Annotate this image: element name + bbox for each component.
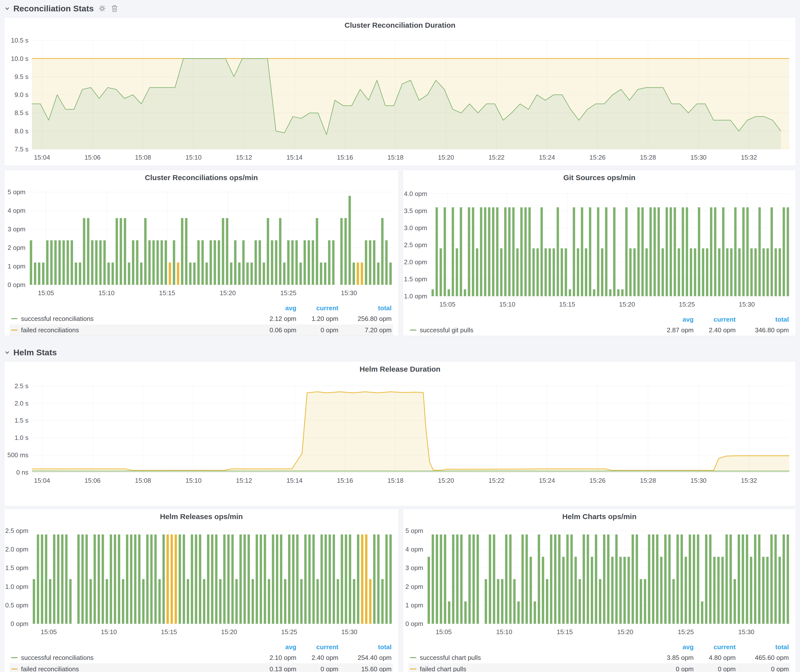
series-avg: 0 opm (651, 665, 694, 672)
series-label[interactable]: successful git pulls (420, 326, 651, 334)
svg-text:3 opm: 3 opm (405, 564, 423, 571)
svg-text:2.5 s: 2.5 s (14, 382, 29, 390)
panel-cluster-reconciliations-opm: Cluster Reconciliations ops/min 5 opm4 o… (4, 170, 399, 336)
svg-text:15:15: 15:15 (559, 301, 575, 308)
legend-col-current[interactable]: current (296, 304, 338, 312)
svg-text:0 opm: 0 opm (8, 281, 26, 288)
legend-row-failed-chart-pulls: failed chart pulls 0 opm 0 opm 0 opm (408, 663, 790, 672)
legend-row-failed-reconciliations: failed reconciliations 0.13 opm 0 opm 15… (10, 663, 393, 672)
svg-text:9.0 s: 9.0 s (14, 91, 29, 98)
panel-title[interactable]: Helm Release Duration (4, 365, 796, 373)
svg-text:15:05: 15:05 (41, 628, 57, 636)
legend: avg current total successful chart pulls… (408, 642, 790, 672)
legend-col-current[interactable]: current (694, 316, 736, 323)
series-avg: 0.13 opm (254, 665, 296, 672)
legend-row-successful-chart-pulls: successful chart pulls 3.85 opm 4.80 opm… (408, 652, 790, 663)
svg-text:15:30: 15:30 (341, 289, 357, 297)
series-avg: 2.87 opm (651, 326, 694, 334)
legend-col-total[interactable]: total (338, 643, 392, 651)
svg-text:0 opm: 0 opm (11, 620, 29, 627)
series-current: 1.20 opm (296, 315, 338, 323)
svg-text:15:25: 15:25 (678, 628, 694, 636)
panel-title[interactable]: Helm Charts ops/min (403, 512, 796, 521)
legend-col-current[interactable]: current (296, 643, 338, 651)
chart-cluster-reconciliation-duration[interactable]: 10.5 s10.0 s9.5 s9.0 s8.5 s8.0 s7.5 s15:… (4, 31, 796, 164)
svg-text:2.5 opm: 2.5 opm (5, 527, 29, 534)
series-current: 2.40 opm (296, 654, 338, 662)
svg-text:15:30: 15:30 (690, 154, 707, 161)
legend-col-avg[interactable]: avg (254, 643, 296, 651)
legend-header: avg current total (10, 303, 393, 313)
series-avg: 2.10 opm (254, 654, 296, 662)
svg-text:15:10: 15:10 (186, 477, 202, 484)
legend-col-avg[interactable]: avg (651, 643, 694, 651)
legend: avg current total successful git pulls 2… (408, 314, 790, 336)
series-label[interactable]: failed reconciliations (21, 326, 254, 334)
svg-text:15:20: 15:20 (619, 301, 635, 308)
panel-title[interactable]: Helm Releases ops/min (4, 512, 398, 521)
series-label[interactable]: successful chart pulls (420, 654, 651, 662)
svg-text:1 opm: 1 opm (405, 602, 423, 609)
panel-title[interactable]: Cluster Reconciliation Duration (4, 21, 796, 29)
svg-text:15:32: 15:32 (741, 477, 757, 484)
svg-text:10.5 s: 10.5 s (11, 37, 29, 44)
chart-helm-charts-opm[interactable]: 5 opm4 opm3 opm2 opm1 opm0 opm15:0515:10… (403, 523, 796, 638)
svg-text:15:26: 15:26 (589, 154, 606, 161)
svg-text:2.5 opm: 2.5 opm (404, 241, 427, 249)
chart-helm-release-duration[interactable]: 2.5 s2.0 s1.5 s1.0 s500 ms0 ns15:0415:06… (4, 375, 796, 504)
svg-text:15:12: 15:12 (236, 477, 252, 484)
svg-text:15:14: 15:14 (286, 477, 302, 484)
svg-text:15:25: 15:25 (679, 301, 695, 308)
row-title: Reconciliation Stats (13, 4, 94, 13)
svg-text:15:30: 15:30 (739, 301, 755, 308)
series-total: 7.20 opm (338, 326, 392, 334)
row-toggle-reconciliation-stats[interactable]: Reconciliation Stats (4, 4, 94, 13)
gear-icon[interactable] (98, 5, 106, 12)
legend-col-avg[interactable]: avg (651, 316, 694, 323)
svg-text:15:24: 15:24 (539, 477, 555, 484)
chevron-down-icon (4, 349, 10, 355)
svg-text:15:20: 15:20 (617, 628, 633, 636)
series-total: 0 opm (736, 665, 789, 672)
chart-git-sources-opm[interactable]: 4.0 opm3.5 opm3.0 opm2.5 opm2.0 opm1.5 o… (403, 184, 796, 310)
series-label[interactable]: successful reconciliations (21, 315, 254, 323)
svg-text:2 opm: 2 opm (8, 244, 26, 251)
series-total: 346.80 opm (736, 326, 789, 334)
svg-text:1.0 opm: 1.0 opm (404, 293, 427, 300)
svg-text:15:12: 15:12 (236, 154, 252, 161)
trash-icon[interactable] (110, 5, 118, 12)
legend-header: avg current total (408, 314, 790, 324)
svg-text:15:15: 15:15 (557, 628, 573, 636)
chart-helm-releases-opm[interactable]: 2.5 opm2.0 opm1.5 opm1.0 opm0.5 opm0 opm… (4, 523, 398, 638)
panel-helm-releases-opm: Helm Releases ops/min 2.5 opm2.0 opm1.5 … (4, 509, 399, 672)
chart-cluster-reconciliations-opm[interactable]: 5 opm4 opm3 opm2 opm1 opm0 opm15:0515:10… (4, 184, 398, 299)
svg-text:2.0 opm: 2.0 opm (404, 258, 427, 266)
svg-text:15:10: 15:10 (98, 289, 115, 297)
series-label[interactable]: failed chart pulls (420, 665, 651, 672)
legend-col-total[interactable]: total (736, 316, 789, 323)
series-color-swatch (11, 318, 18, 319)
series-label[interactable]: failed reconciliations (21, 665, 254, 672)
row-header-reconciliation-stats: Reconciliation Stats (4, 2, 118, 15)
series-color-swatch (11, 657, 18, 658)
svg-text:500 ms: 500 ms (7, 451, 29, 459)
svg-text:0 ns: 0 ns (16, 469, 29, 476)
svg-text:15:28: 15:28 (640, 154, 656, 161)
legend-col-avg[interactable]: avg (254, 304, 296, 312)
svg-text:15:16: 15:16 (337, 477, 353, 484)
svg-text:9.5 s: 9.5 s (14, 73, 29, 80)
svg-text:15:30: 15:30 (690, 477, 707, 484)
svg-text:15:05: 15:05 (38, 289, 54, 297)
svg-text:4.0 opm: 4.0 opm (404, 190, 427, 197)
panel-title[interactable]: Git Sources ops/min (403, 173, 796, 182)
svg-text:15:20: 15:20 (438, 477, 454, 484)
svg-text:15:06: 15:06 (84, 477, 101, 484)
legend-col-total[interactable]: total (338, 304, 392, 312)
row-toggle-helm-stats[interactable]: Helm Stats (4, 348, 57, 357)
panel-title[interactable]: Cluster Reconciliations ops/min (4, 173, 398, 182)
svg-text:1.5 opm: 1.5 opm (5, 564, 29, 571)
legend-col-current[interactable]: current (694, 643, 736, 651)
svg-text:15:20: 15:20 (220, 289, 236, 297)
legend-col-total[interactable]: total (736, 643, 789, 651)
series-label[interactable]: successful reconciliations (21, 654, 254, 662)
